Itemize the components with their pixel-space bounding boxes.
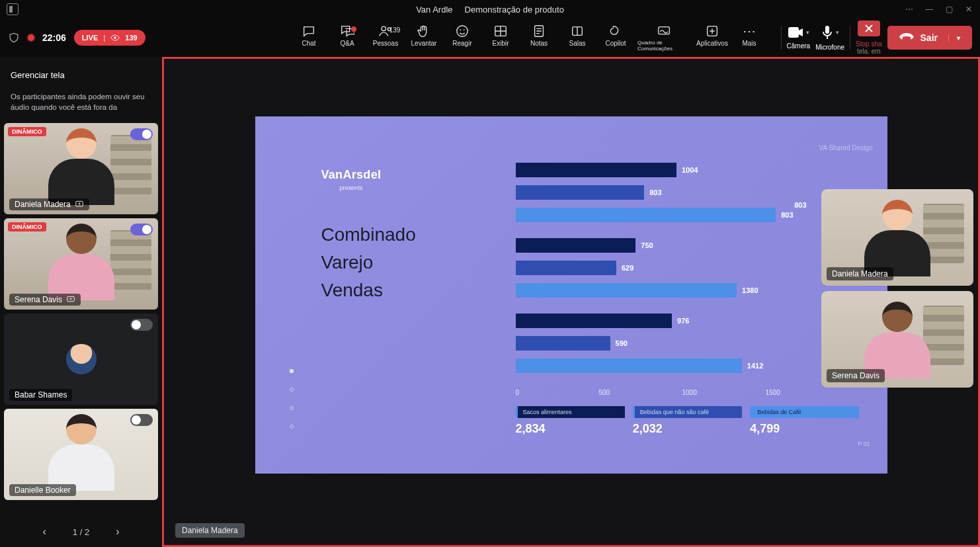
mic-label: Microfone: [815, 44, 844, 51]
watermark: VA Shared Design: [819, 144, 873, 151]
prev-page-button[interactable]: ‹: [43, 526, 46, 538]
qa-button[interactable]: Q&A: [331, 22, 364, 48]
whiteboard-button[interactable]: Quadro de Comunicações: [637, 22, 690, 53]
stop-share-label-2: tela. em: [857, 48, 881, 55]
separator: [850, 26, 850, 50]
hand-icon: [417, 24, 431, 38]
leave-button[interactable]: Sair ▾: [887, 26, 972, 50]
live-badge[interactable]: LIVE | 139: [74, 30, 145, 46]
spotlight-toggle[interactable]: [130, 128, 153, 140]
share-screen-icon: [66, 295, 75, 304]
chevron-down-icon[interactable]: ▾: [806, 29, 809, 36]
chevron-down-icon[interactable]: ▾: [836, 29, 839, 36]
stop-share-label-1: Stop sha: [856, 40, 881, 48]
more-button[interactable]: ⋯ Mais: [734, 22, 764, 48]
brand-subtitle: presents: [321, 185, 382, 191]
chat-button[interactable]: Chat: [292, 22, 325, 48]
meeting-timer: 22:06: [42, 32, 66, 43]
more-label: Mais: [742, 40, 756, 47]
view-button[interactable]: Exibir: [484, 22, 517, 48]
stop-share-tile: [858, 21, 880, 36]
brand-block: VanArsdel presents: [321, 168, 382, 191]
leave-label: Sair: [920, 32, 938, 43]
whiteboard-label: Quadro de Comunicações: [637, 40, 690, 52]
svg-point-1: [382, 26, 386, 30]
dynamic-badge: DINÂMICO: [8, 222, 46, 231]
next-page-button[interactable]: ›: [116, 526, 119, 538]
shield-icon: [8, 31, 20, 44]
notification-dot-icon: [351, 26, 356, 32]
slide-headline: Combinado Varejo Vendas: [321, 221, 416, 304]
plus-box-icon: [705, 24, 719, 38]
participant-tile[interactable]: DINÂMICO Daniela Madera: [4, 123, 158, 214]
qa-label: Q&A: [340, 40, 354, 47]
spotlight-tile[interactable]: Daniela Madera: [821, 189, 973, 286]
live-label: LIVE: [82, 34, 98, 42]
smile-icon: [455, 24, 470, 38]
react-button[interactable]: Reagir: [446, 22, 479, 48]
share-screen-icon: [75, 200, 84, 209]
people-label: Pessoas: [373, 40, 398, 47]
participant-name: Babar Shames: [9, 389, 72, 401]
live-count: 139: [125, 34, 137, 42]
svg-rect-9: [659, 27, 670, 34]
record-indicator-icon: [28, 34, 34, 41]
view-label: Exibir: [492, 40, 509, 47]
maximize-icon[interactable]: ▢: [944, 5, 954, 14]
org-name: Van Ardle: [416, 5, 452, 15]
spotlight-toggle[interactable]: [130, 414, 153, 426]
participant-tile[interactable]: Babar Shames: [4, 314, 158, 405]
participant-tile[interactable]: Danielle Booker: [4, 409, 158, 500]
shared-content-area: VA Shared Design VanArsdel presents Comb…: [162, 57, 980, 547]
minimize-icon[interactable]: —: [924, 5, 934, 14]
page-indicator: 1 / 2: [73, 527, 89, 537]
meeting-title: Demonstração de produto: [465, 5, 564, 15]
copilot-icon: [608, 24, 623, 38]
participant-pager: ‹ 1 / 2 ›: [4, 517, 158, 547]
svg-rect-11: [788, 27, 799, 38]
stop-sharing-button[interactable]: Stop sha tela. em: [856, 21, 881, 55]
notes-label: Notas: [530, 40, 548, 47]
notes-button[interactable]: Notas: [522, 22, 555, 48]
raise-hand-button[interactable]: Levantar: [407, 22, 440, 48]
slide-page-number: P 01: [858, 441, 870, 447]
ellipsis-icon: ⋯: [742, 24, 756, 38]
chat-label: Chat: [302, 40, 315, 47]
spotlight-toggle[interactable]: [130, 319, 153, 331]
rooms-button[interactable]: Salas: [561, 22, 594, 48]
separator: [781, 26, 782, 50]
mic-button[interactable]: ▾ Microfone: [815, 25, 844, 51]
avatar: [66, 344, 97, 374]
svg-point-4: [460, 29, 461, 30]
copilot-button[interactable]: Copilot: [599, 22, 632, 48]
apps-label: Aplicativos: [696, 40, 728, 47]
people-button[interactable]: 139 Pessoas: [369, 22, 402, 48]
mic-icon: [821, 25, 833, 40]
meeting-toolbar: 22:06 LIVE | 139 Chat Q&A 139 Pessoas Le…: [0, 19, 980, 57]
camera-label: Câmera: [787, 42, 811, 50]
slide-nav-dots: [290, 369, 294, 429]
participant-name: Daniela Madera: [9, 198, 89, 210]
participant-tile[interactable]: DINÂMICO Serena Davis: [4, 218, 158, 310]
spotlight-name: Serena Davis: [827, 369, 885, 382]
x-icon: [865, 24, 873, 32]
participant-name: Danielle Booker: [9, 484, 76, 496]
more-icon[interactable]: ⋯: [905, 5, 914, 14]
dynamic-badge: DINÂMICO: [8, 127, 46, 136]
svg-point-0: [114, 36, 117, 39]
spotlight-tile[interactable]: Serena Davis: [821, 291, 973, 388]
brand-logo: VanArsdel: [321, 168, 382, 182]
svg-point-3: [457, 26, 468, 37]
apps-button[interactable]: Aplicativos: [696, 22, 729, 48]
whiteboard-icon: [657, 24, 671, 38]
notes-icon: [532, 24, 546, 38]
chevron-down-icon[interactable]: ▾: [948, 34, 960, 42]
spotlight-toggle[interactable]: [130, 224, 153, 235]
camera-button[interactable]: ▾ Câmera: [787, 26, 811, 50]
sidebar-subtitle: Os participantes ainda podem ouvir seu á…: [4, 87, 158, 119]
manage-screen-sidebar: Gerenciar tela Os participantes ainda po…: [0, 57, 162, 547]
raise-label: Levantar: [411, 40, 437, 47]
close-icon[interactable]: ✕: [964, 5, 973, 14]
svg-point-5: [464, 29, 465, 30]
spotlight-panel: Daniela Madera Serena Davis: [821, 189, 973, 388]
